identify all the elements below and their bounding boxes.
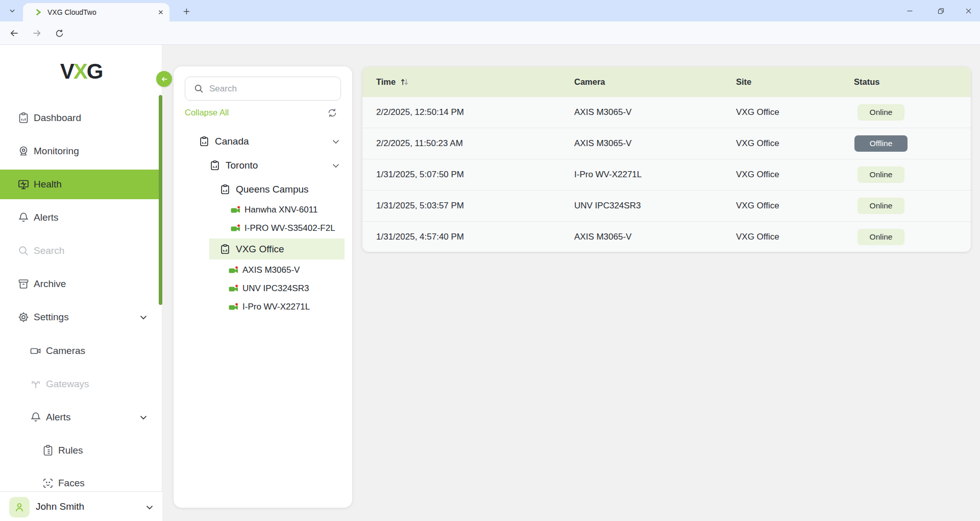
sidebar-item-label: Search xyxy=(34,245,64,256)
sidebar-item-monitoring[interactable]: Monitoring xyxy=(0,138,162,164)
sidebar-item-settings[interactable]: Settings xyxy=(0,304,162,330)
logo-v: V xyxy=(60,59,74,83)
tree-node-canada[interactable]: Canada xyxy=(199,131,249,152)
tree-node-label: I-Pro WV-X2271L xyxy=(242,302,310,312)
cell-camera: AXIS M3065-V xyxy=(574,138,736,149)
window-minimize-button[interactable] xyxy=(898,0,921,21)
camera-status-icon xyxy=(229,302,239,312)
archive-box-icon xyxy=(17,278,30,290)
user-menu[interactable]: John Smith xyxy=(0,491,162,521)
tree-node-camera[interactable]: UNV IPC324SR3 xyxy=(229,279,309,298)
tree-node-label: Canada xyxy=(215,136,249,147)
column-header-time[interactable]: Time xyxy=(362,77,574,87)
sidebar-item-label: Gateways xyxy=(46,378,89,390)
tree-node-vxg-office[interactable]: VXG Office xyxy=(219,239,284,259)
cell-camera: UNV IPC324SR3 xyxy=(574,201,736,211)
browser-tab[interactable]: VXG CloudTwo xyxy=(23,3,169,21)
chevron-down-icon[interactable] xyxy=(330,136,341,147)
dashboard-icon xyxy=(17,112,30,124)
table-row[interactable]: 1/31/2025, 4:57:40 PM AXIS M3065-V VXG O… xyxy=(362,222,971,252)
tree-node-camera[interactable]: Hanwha XNV-6011 xyxy=(231,201,317,219)
table-header-row: Time Camera Site Status xyxy=(362,67,971,97)
column-header-camera[interactable]: Camera xyxy=(574,77,736,87)
tree-node-label: AXIS M3065-V xyxy=(242,265,300,275)
window-restore-button[interactable] xyxy=(929,0,952,21)
cell-camera: AXIS M3065-V xyxy=(574,107,736,117)
rules-clipboard-icon xyxy=(42,444,54,457)
tab-title: VXG CloudTwo xyxy=(47,8,157,16)
status-badge: Offline xyxy=(854,135,908,152)
tree-node-camera[interactable]: AXIS M3065-V xyxy=(229,261,300,279)
collapse-all-link[interactable]: Collapse All xyxy=(185,108,229,117)
user-name: John Smith xyxy=(36,501,84,512)
refresh-icon[interactable] xyxy=(327,107,338,119)
camera-status-icon xyxy=(231,205,241,215)
tree-node-label: VXG Office xyxy=(236,244,284,255)
tree-node-label: Toronto xyxy=(226,160,258,171)
sidebar-scrollbar[interactable] xyxy=(159,95,162,305)
sidebar-item-archive[interactable]: Archive xyxy=(0,271,162,297)
tab-search-button[interactable] xyxy=(6,5,18,17)
face-scan-icon xyxy=(42,477,54,489)
tab-close-icon[interactable] xyxy=(157,9,164,16)
camera-status-icon xyxy=(231,224,241,233)
sidebar-item-alerts[interactable]: Alerts xyxy=(0,204,162,231)
cell-time: 1/31/2025, 5:07:50 PM xyxy=(362,170,574,180)
back-icon[interactable] xyxy=(8,27,20,39)
webcam-icon xyxy=(17,145,30,157)
tree-node-label: I-PRO WV-S35402-F2L xyxy=(244,223,335,233)
tree-node-queens-campus[interactable]: Queens Campus xyxy=(219,179,309,200)
sidebar-item-alerts-settings[interactable]: Alerts xyxy=(0,404,162,431)
table-row[interactable]: 2/2/2025, 12:50:14 PM AXIS M3065-V VXG O… xyxy=(362,97,971,128)
sidebar-item-dashboard[interactable]: Dashboard xyxy=(0,105,162,131)
forward-icon[interactable] xyxy=(31,27,43,39)
status-badge: Online xyxy=(857,104,904,121)
health-table: Time Camera Site Status 2/2/2025, 12:50:… xyxy=(362,67,971,252)
video-camera-icon xyxy=(30,345,42,357)
tree-node-toronto[interactable]: Toronto xyxy=(209,155,258,176)
status-badge: Online xyxy=(857,229,904,245)
column-header-status[interactable]: Status xyxy=(854,77,971,87)
tree-node-camera[interactable]: I-Pro WV-X2271L xyxy=(229,298,310,316)
new-tab-button[interactable] xyxy=(180,5,193,18)
collapse-panel-button[interactable] xyxy=(156,71,172,87)
tree-node-label: Queens Campus xyxy=(236,184,309,195)
table-row[interactable]: 1/31/2025, 5:03:57 PM UNV IPC324SR3 VXG … xyxy=(362,191,971,222)
tree-search-input[interactable] xyxy=(209,84,327,94)
column-header-site[interactable]: Site xyxy=(736,77,854,87)
chevron-down-icon[interactable] xyxy=(330,160,341,171)
sidebar-item-cameras[interactable]: Cameras xyxy=(0,338,162,364)
table-row[interactable]: 2/2/2025, 11:50:23 AM AXIS M3065-V VXG O… xyxy=(362,128,971,159)
column-label: Time xyxy=(376,77,396,87)
sidebar-item-label: Alerts xyxy=(34,212,59,223)
cell-time: 1/31/2025, 5:03:57 PM xyxy=(362,201,574,211)
column-label: Site xyxy=(736,77,751,87)
sidebar-item-rules[interactable]: Rules xyxy=(0,437,162,464)
search-icon xyxy=(193,83,204,94)
bell-icon xyxy=(17,211,30,224)
cell-time: 2/2/2025, 11:50:23 AM xyxy=(362,138,574,149)
reload-icon[interactable] xyxy=(53,27,65,39)
cell-site: VXG Office xyxy=(736,170,854,180)
sidebar-item-label: Dashboard xyxy=(34,112,81,124)
sidebar-item-label: Monitoring xyxy=(34,146,79,157)
chevron-down-icon xyxy=(138,312,149,323)
table-row[interactable]: 1/31/2025, 5:07:50 PM I-Pro WV-X2271L VX… xyxy=(362,159,971,191)
sort-icon[interactable] xyxy=(400,77,409,87)
browser-toolbar: cloudtwo-prod.vxgdemo.cloud-vms.com/cust… xyxy=(0,21,980,45)
column-label: Camera xyxy=(574,77,605,87)
user-avatar xyxy=(9,497,30,517)
cell-status: Online xyxy=(854,229,971,245)
sidebar-item-label: Cameras xyxy=(46,345,85,357)
window-close-button[interactable] xyxy=(957,0,980,21)
cell-status: Offline xyxy=(854,135,971,152)
app-main: VXG Dashboard Monitoring Health Alerts xyxy=(0,45,980,521)
sidebar-item-search[interactable]: Search xyxy=(0,238,162,264)
sidebar-item-gateways[interactable]: Gateways xyxy=(0,371,162,397)
tree-search-box[interactable] xyxy=(185,77,341,101)
sidebar-item-label: Alerts xyxy=(46,412,71,423)
sidebar-item-health[interactable]: Health xyxy=(0,170,162,199)
chevron-down-icon xyxy=(144,502,155,513)
cell-time: 1/31/2025, 4:57:40 PM xyxy=(362,232,574,242)
tree-node-camera[interactable]: I-PRO WV-S35402-F2L xyxy=(231,219,335,238)
